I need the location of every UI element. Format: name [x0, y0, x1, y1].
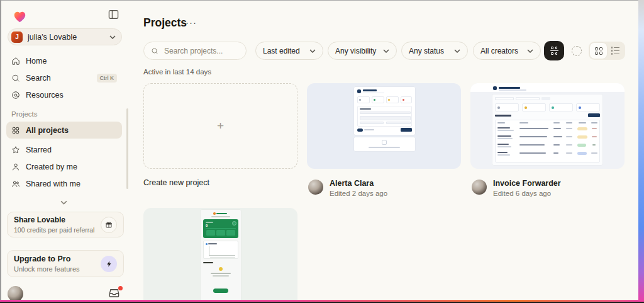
inbox-button[interactable] — [108, 287, 122, 300]
sidebar: J julia's Lovable Home Search Ctrl K Res… — [0, 0, 130, 303]
chevron-down-icon — [454, 49, 460, 53]
search-icon — [11, 74, 20, 83]
chevron-down-icon — [109, 35, 116, 39]
thumbnail-button — [588, 113, 600, 117]
screen-border-right — [638, 0, 644, 303]
chevron-down-icon — [309, 49, 316, 53]
project-name: Invoice Forwarder — [493, 179, 561, 188]
workspace-name: julia's Lovable — [28, 33, 77, 42]
project-name: Alerta Clara — [330, 179, 387, 188]
thumbnail-toggle — [357, 129, 363, 132]
grid-view-button[interactable] — [590, 43, 607, 59]
lovable-projects-screen: J julia's Lovable Home Search Ctrl K Res… — [0, 0, 644, 303]
creators-dropdown-value: All creators — [480, 47, 518, 55]
sort-dropdown-value: Last edited — [263, 47, 300, 55]
view-toggle — [589, 42, 625, 60]
upgrade-title: Upgrade to Pro — [14, 254, 80, 263]
create-project-label: Create new project — [143, 178, 209, 187]
thumbnail-stat: 0 — [206, 224, 208, 227]
creators-dropdown[interactable]: All creators — [473, 42, 541, 60]
project-card-invoice-forwarder[interactable] — [470, 83, 625, 169]
sidebar-toggle-button[interactable] — [107, 8, 119, 21]
list-view-button[interactable] — [607, 43, 624, 59]
sidebar-scrollbar[interactable] — [126, 108, 128, 189]
sidebar-item-search[interactable]: Search Ctrl K — [6, 69, 122, 86]
status-dropdown-value: Any status — [409, 47, 444, 55]
chevron-down-icon — [383, 49, 389, 53]
page-title: Projects — [143, 16, 187, 30]
visibility-dropdown-value: Any visibility — [335, 47, 376, 55]
thumbnail-green-button — [213, 289, 228, 293]
sidebar-item-shared-with-me[interactable]: Shared with me — [6, 175, 122, 192]
project-owner-avatar — [308, 180, 323, 195]
sidebar-item-label: Home — [26, 57, 47, 66]
search-projects-box — [143, 42, 247, 60]
grid-view-icon — [595, 47, 602, 55]
sidebar-item-created-by-me[interactable]: Created by me — [6, 158, 122, 175]
section-label: Active in last 14 days — [143, 68, 211, 76]
person-icon — [11, 163, 20, 171]
lovable-logo-icon — [13, 9, 27, 24]
create-project-card[interactable]: + — [143, 83, 297, 169]
lightning-bolt-icon — [101, 256, 117, 272]
keyboard-shortcut-badge: Ctrl K — [97, 74, 118, 83]
search-projects-input[interactable] — [163, 46, 235, 56]
project-card-footer: Invoice Forwarder Edited 6 days ago — [493, 179, 561, 197]
visibility-dropdown[interactable]: Any visibility — [328, 42, 397, 60]
thumbnail-app-panel — [354, 87, 415, 135]
plus-icon: + — [217, 119, 224, 133]
thumbnail-chart — [203, 241, 238, 259]
sidebar-item-label: Resources — [26, 91, 64, 100]
sidebar-item-home[interactable]: Home — [6, 52, 122, 69]
sidebar-item-label: All projects — [26, 126, 69, 135]
workspace-avatar: J — [11, 31, 23, 43]
home-icon — [11, 57, 20, 66]
status-dropdown[interactable]: Any status — [401, 42, 468, 60]
view-options-button[interactable] — [544, 41, 564, 60]
project-card-green-app[interactable]: 0 — [143, 208, 297, 303]
upgrade-subtitle: Unlock more features — [14, 265, 80, 273]
sidebar-section-label: Projects — [11, 110, 38, 118]
sidebar-item-resources[interactable]: Resources — [6, 86, 122, 103]
chevron-down-icon — [527, 49, 533, 53]
sort-dropdown[interactable]: Last edited — [255, 42, 323, 60]
sidebar-item-label: Shared with me — [26, 180, 80, 188]
project-card-alerta-clara[interactable] — [307, 83, 461, 169]
share-lovable-text: Share Lovable 100 credits per paid refer… — [14, 215, 94, 234]
dashed-circle-icon — [572, 46, 582, 56]
select-mode-button[interactable] — [567, 42, 586, 60]
share-lovable-title: Share Lovable — [14, 215, 94, 224]
upgrade-text: Upgrade to Pro Unlock more features — [14, 254, 80, 273]
panel-toggle-icon — [108, 9, 119, 20]
sidebar-item-starred[interactable]: Starred — [6, 141, 122, 158]
grid-divider-icon — [550, 47, 558, 55]
sidebar-item-label: Search — [26, 74, 51, 83]
upgrade-to-pro-card[interactable]: Upgrade to Pro Unlock more features — [7, 250, 124, 277]
search-icon — [151, 47, 158, 55]
people-icon — [11, 180, 20, 188]
sidebar-collapse-chevron-icon[interactable] — [60, 200, 67, 205]
share-lovable-subtitle: 100 credits per paid referral — [14, 226, 94, 234]
grid-icon — [11, 126, 20, 135]
share-lovable-card[interactable]: Share Lovable 100 credits per paid refer… — [7, 212, 124, 237]
thumbnail-button — [401, 128, 412, 132]
workspace-selector[interactable]: J julia's Lovable — [8, 28, 122, 45]
project-edited: Edited 6 days ago — [493, 190, 561, 197]
project-owner-avatar — [472, 180, 487, 195]
project-edited: Edited 2 days ago — [330, 190, 387, 197]
main-content: Projects ··· Last edited Any visibility … — [130, 0, 638, 303]
project-card-footer: Alerta Clara Edited 2 days ago — [330, 179, 387, 197]
gift-icon — [101, 217, 117, 233]
star-icon — [11, 146, 20, 154]
resources-icon — [11, 91, 20, 100]
user-avatar[interactable] — [8, 286, 23, 302]
sidebar-item-all-projects[interactable]: All projects — [6, 122, 122, 139]
sidebar-item-label: Created by me — [26, 163, 77, 171]
sidebar-item-label: Starred — [26, 146, 52, 154]
notification-dot — [118, 286, 123, 290]
list-view-icon — [611, 47, 620, 55]
page-menu-button[interactable]: ··· — [186, 17, 197, 28]
